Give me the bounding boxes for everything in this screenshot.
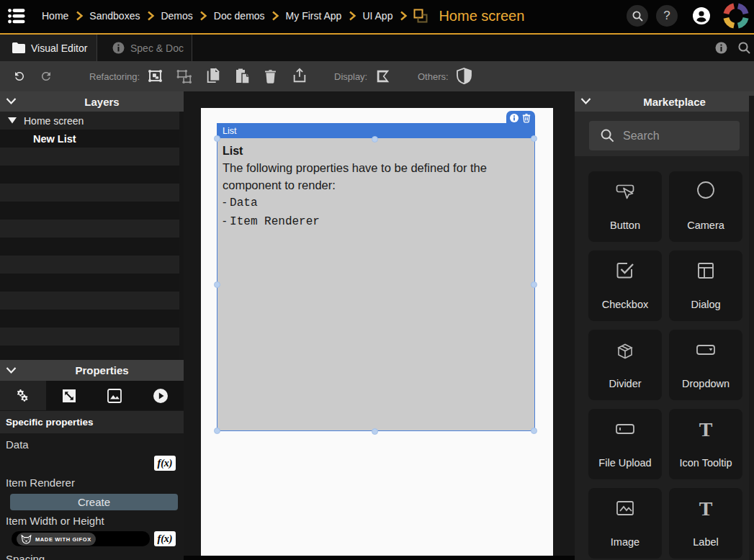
svg-text:T: T <box>699 497 713 519</box>
svg-text:T: T <box>699 418 713 440</box>
